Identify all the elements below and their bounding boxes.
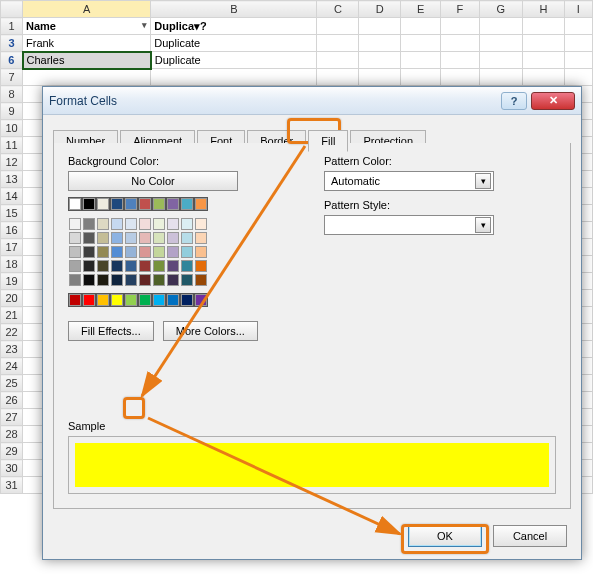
color-swatch[interactable]: [195, 232, 207, 244]
cell[interactable]: [359, 69, 401, 86]
color-swatch[interactable]: [195, 274, 207, 286]
color-swatch[interactable]: [83, 232, 95, 244]
color-swatch[interactable]: [181, 198, 193, 210]
color-swatch[interactable]: [181, 246, 193, 258]
cell[interactable]: [564, 35, 592, 52]
cell[interactable]: [151, 69, 317, 86]
color-swatch[interactable]: [153, 260, 165, 272]
row-header[interactable]: 9: [1, 103, 23, 120]
cell[interactable]: [441, 18, 479, 35]
row-header[interactable]: 19: [1, 273, 23, 290]
color-swatch[interactable]: [125, 294, 137, 306]
color-swatch[interactable]: [97, 232, 109, 244]
color-swatch[interactable]: [83, 198, 95, 210]
row-header[interactable]: 24: [1, 358, 23, 375]
cancel-button[interactable]: Cancel: [493, 525, 567, 547]
color-swatch[interactable]: [125, 246, 137, 258]
cell[interactable]: [441, 35, 479, 52]
row-header[interactable]: 11: [1, 137, 23, 154]
color-swatch[interactable]: [97, 274, 109, 286]
row-header-3[interactable]: 3: [1, 35, 23, 52]
color-swatch[interactable]: [139, 232, 151, 244]
color-swatch[interactable]: [125, 198, 137, 210]
color-swatch[interactable]: [139, 246, 151, 258]
cell[interactable]: [401, 18, 441, 35]
color-swatch[interactable]: [111, 232, 123, 244]
cell[interactable]: [317, 52, 359, 69]
color-swatch[interactable]: [181, 260, 193, 272]
row-header[interactable]: 28: [1, 426, 23, 443]
col-header-e[interactable]: E: [401, 1, 441, 18]
tab-fill[interactable]: Fill: [308, 130, 348, 152]
col-header-h[interactable]: H: [523, 1, 565, 18]
ok-button[interactable]: OK: [408, 525, 482, 547]
color-swatch[interactable]: [181, 294, 193, 306]
cell[interactable]: [359, 52, 401, 69]
color-swatch[interactable]: [167, 260, 179, 272]
col-header-b[interactable]: B: [151, 1, 317, 18]
select-all-corner[interactable]: [1, 1, 23, 18]
cell[interactable]: [317, 35, 359, 52]
row-header[interactable]: 29: [1, 443, 23, 460]
color-swatch[interactable]: [125, 218, 137, 230]
color-swatch[interactable]: [153, 218, 165, 230]
color-swatch[interactable]: [83, 246, 95, 258]
dialog-titlebar[interactable]: Format Cells ? ✕: [43, 87, 581, 115]
row-header-6[interactable]: 6: [1, 52, 23, 69]
cell-b1[interactable]: Duplica▾?: [151, 18, 317, 35]
color-swatch[interactable]: [153, 232, 165, 244]
row-header[interactable]: 23: [1, 341, 23, 358]
cell[interactable]: [479, 18, 523, 35]
color-swatch[interactable]: [195, 198, 207, 210]
color-swatch[interactable]: [125, 232, 137, 244]
color-swatch[interactable]: [139, 218, 151, 230]
color-swatch[interactable]: [69, 294, 81, 306]
no-color-button[interactable]: No Color: [68, 171, 238, 191]
more-colors-button[interactable]: More Colors...: [163, 321, 258, 341]
col-header-a[interactable]: A: [23, 1, 151, 18]
row-header[interactable]: 13: [1, 171, 23, 188]
color-swatch[interactable]: [181, 274, 193, 286]
color-swatch[interactable]: [83, 218, 95, 230]
color-swatch[interactable]: [69, 232, 81, 244]
fill-effects-button[interactable]: Fill Effects...: [68, 321, 154, 341]
cell[interactable]: [359, 35, 401, 52]
col-header-d[interactable]: D: [359, 1, 401, 18]
color-swatch[interactable]: [195, 246, 207, 258]
cell-b6[interactable]: Duplicate: [151, 52, 317, 69]
color-swatch[interactable]: [167, 246, 179, 258]
color-swatch[interactable]: [111, 218, 123, 230]
cell-a6[interactable]: Charles: [23, 52, 151, 69]
color-swatch[interactable]: [111, 294, 123, 306]
row-header[interactable]: 16: [1, 222, 23, 239]
pattern-color-combo[interactable]: Automatic ▾: [324, 171, 494, 191]
color-swatch[interactable]: [139, 198, 151, 210]
row-header[interactable]: 25: [1, 375, 23, 392]
row-header[interactable]: 15: [1, 205, 23, 222]
row-header[interactable]: 7: [1, 69, 23, 86]
color-swatch[interactable]: [181, 218, 193, 230]
color-swatch[interactable]: [97, 260, 109, 272]
color-swatch[interactable]: [153, 274, 165, 286]
col-header-c[interactable]: C: [317, 1, 359, 18]
color-swatch[interactable]: [195, 218, 207, 230]
cell[interactable]: [523, 35, 565, 52]
color-swatch[interactable]: [167, 274, 179, 286]
cell[interactable]: [441, 52, 479, 69]
color-swatch[interactable]: [167, 198, 179, 210]
cell-a1[interactable]: Name▾: [23, 18, 151, 35]
col-header-f[interactable]: F: [441, 1, 479, 18]
color-swatch[interactable]: [69, 246, 81, 258]
color-swatch[interactable]: [69, 274, 81, 286]
row-header[interactable]: 12: [1, 154, 23, 171]
color-swatch[interactable]: [167, 218, 179, 230]
color-swatch[interactable]: [111, 198, 123, 210]
cell[interactable]: [523, 52, 565, 69]
row-header[interactable]: 14: [1, 188, 23, 205]
cell[interactable]: [523, 18, 565, 35]
row-header-1[interactable]: 1: [1, 18, 23, 35]
color-swatch[interactable]: [125, 274, 137, 286]
row-header[interactable]: 30: [1, 460, 23, 477]
col-header-i[interactable]: I: [564, 1, 592, 18]
color-swatch[interactable]: [97, 218, 109, 230]
